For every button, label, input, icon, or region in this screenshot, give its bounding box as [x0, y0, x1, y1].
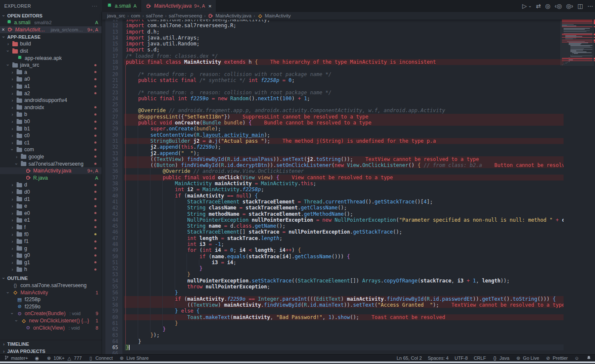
code-line-38[interactable]: 38 MainActivity mainActivity = MainActiv…	[105, 181, 564, 186]
breadcrumb-item[interactable]: com	[131, 13, 140, 18]
tree-item-android-support-v4[interactable]: ›android\support\v4	[0, 97, 102, 104]
tab-a-smali[interactable]: a.smaliA	[102, 0, 141, 12]
breadcrumb-item[interactable]: ◇MainActivity	[257, 13, 291, 19]
tree-item-a1[interactable]: ›a1	[0, 83, 102, 90]
code-editor[interactable]: 11import com.sal7one.sal7reverseeng.Main…	[102, 12, 595, 355]
tree-item-e1[interactable]: ›e1	[0, 217, 102, 224]
tree-item-google[interactable]: ›google	[0, 153, 102, 161]
code-line-35[interactable]: 35 ((Button) findViewById(R.id.decryptBt…	[105, 162, 564, 168]
tree-item-g[interactable]: ›g	[0, 245, 102, 252]
code-line-14[interactable]: 14import java.util.Arrays;	[105, 35, 564, 41]
line-number[interactable]: 21	[105, 77, 124, 83]
tree-item-f1[interactable]: ›f1	[0, 238, 102, 245]
code-line-40[interactable]: 40 if (mainActivity == null) {	[105, 193, 564, 199]
statusbar-language-mode[interactable]: {}Java	[492, 356, 509, 361]
code-line-30[interactable]: 30 setContentView(R.layout.activity_main…	[105, 132, 564, 138]
line-number[interactable]: 43	[105, 211, 124, 217]
line-number[interactable]: 18	[105, 59, 124, 65]
tree-item-java-src[interactable]: ›java_src	[0, 62, 102, 69]
statusbar-problems[interactable]: ⊗10K+△777	[46, 356, 82, 361]
outline-item-new-onclicklistener-[interactable]: ›◇new OnClickListener() {...}1	[0, 317, 102, 324]
tree-item-h[interactable]: ›h	[0, 266, 102, 273]
line-number[interactable]: 58	[105, 302, 124, 308]
line-number[interactable]: 52	[105, 265, 124, 271]
code-line-62[interactable]: 62 }	[105, 326, 564, 332]
code-line-63[interactable]: 63 });	[105, 332, 564, 338]
open-editor-item[interactable]: ×MainActivity.javajava_src\com\sal...9+,…	[0, 26, 102, 34]
code-content[interactable]: 11import com.sal7one.sal7reverseeng.Main…	[105, 17, 564, 355]
toggle-changes-icon[interactable]: ⇄	[536, 3, 541, 9]
code-line-50[interactable]: 50 if (name.equals(stackTrace[i4].getCla…	[105, 254, 564, 260]
statusbar-prettier[interactable]: ⊘Prettier	[545, 356, 568, 361]
code-line-32[interactable]: 32 j2.append(this.f2259o);	[105, 144, 564, 150]
statusbar-connect[interactable]: ▯Connect	[88, 356, 113, 361]
code-line-61[interactable]: 61 }	[105, 320, 564, 326]
line-number[interactable]: 54	[105, 278, 124, 284]
line-number[interactable]: 62	[105, 326, 124, 332]
tree-item-a[interactable]: ›a	[0, 69, 102, 76]
code-line-42[interactable]: 42 String className = stackTraceElement.…	[105, 205, 564, 211]
tree-item-app-release-apk[interactable]: app-release.apk	[0, 54, 102, 62]
previous-change-icon[interactable]: ‹◎	[555, 3, 562, 9]
statusbar-git-branch[interactable]: master+	[3, 355, 28, 361]
tree-item-a0[interactable]: ›a0	[0, 76, 102, 83]
line-number[interactable]: 39	[105, 186, 124, 192]
outline-item-onclick-view-[interactable]: ⊙onClick(View): void8	[0, 324, 102, 331]
tab-mainactivity[interactable]: MainActivity.java9+, A×	[141, 0, 216, 12]
code-line-46[interactable]: 46 StackTraceElement[] stackTrace = null…	[105, 229, 564, 235]
line-number[interactable]: 19	[105, 65, 124, 71]
code-line-57[interactable]: 57 if (mainActivity.f2259o == Integer.pa…	[105, 296, 564, 302]
code-line-47[interactable]: 47 int length = stackTrace.length;	[105, 235, 564, 241]
line-number[interactable]: 59	[105, 308, 124, 314]
tree-item-f0[interactable]: ›f0	[0, 231, 102, 238]
line-number[interactable]: 46	[105, 229, 124, 235]
tree-item-r-java[interactable]: R.javaA	[0, 174, 102, 181]
line-number[interactable]: 17	[105, 53, 124, 59]
tree-item-b1[interactable]: ›b1	[0, 125, 102, 132]
section-header-outline[interactable]: ›OUTLINE	[0, 275, 102, 282]
line-number[interactable]: 64	[105, 339, 124, 344]
next-change-icon[interactable]: ◎›	[566, 3, 573, 9]
open-changes-icon[interactable]: ◎	[545, 3, 550, 9]
line-number[interactable]: 47	[105, 235, 124, 241]
tree-item-e[interactable]: ›e	[0, 203, 102, 210]
code-line-56[interactable]: 56 }	[105, 290, 564, 296]
code-line-58[interactable]: 58 ((TextView) mainActivity.findViewById…	[105, 302, 564, 308]
line-number[interactable]: 31	[105, 138, 124, 144]
line-number[interactable]: 28	[105, 120, 124, 126]
code-line-26[interactable]: 26 @Override // androidx.fragment.app.p,…	[105, 107, 564, 113]
run-dropdown[interactable]: ⌄	[528, 4, 532, 8]
line-number[interactable]: 23	[105, 90, 124, 96]
code-line-52[interactable]: 52 }	[105, 265, 564, 271]
tree-item-e0[interactable]: ›e0	[0, 209, 102, 217]
tree-item-d1[interactable]: ›d1	[0, 195, 102, 203]
line-number[interactable]: 35	[105, 162, 124, 168]
section-header-open-editors[interactable]: ›OPEN EDITORS	[0, 12, 102, 19]
line-number[interactable]: 36	[105, 168, 124, 174]
tree-item-c0[interactable]: ›c0	[0, 132, 102, 139]
code-line-55[interactable]: 55 throw nullPointerException;	[105, 284, 564, 290]
line-number[interactable]: 15	[105, 41, 124, 47]
code-line-41[interactable]: 41 StackTraceElement stackTraceElement =…	[105, 199, 564, 205]
tree-item-f[interactable]: ›f	[0, 224, 102, 231]
statusbar-cursor-position[interactable]: Ln 65, Col 2	[397, 356, 422, 361]
code-line-24[interactable]: 24 public final int f2259o = new Random(…	[105, 96, 564, 102]
section-header-java-projects[interactable]: ›JAVA PROJECTS	[0, 347, 102, 355]
line-number[interactable]: 42	[105, 205, 124, 211]
code-line-60[interactable]: 60 Toast.makeText(mainActivity, "Bad Pas…	[105, 314, 564, 320]
tree-item-d[interactable]: ›d	[0, 181, 102, 189]
tree-item-sal7one-sal7reverseeng[interactable]: ›sal7one\sal7reverseeng	[0, 160, 102, 167]
statusbar-indentation[interactable]: Spaces: 4	[428, 356, 449, 361]
line-number[interactable]: 29	[105, 126, 124, 132]
tree-item-g1[interactable]: ›g1	[0, 259, 102, 266]
line-number[interactable]: 26	[105, 107, 124, 113]
code-line-33[interactable]: 33 j2.append(" ");	[105, 150, 564, 156]
statusbar-feedback[interactable]: ☺	[574, 356, 580, 361]
tree-item-build[interactable]: ›build	[0, 40, 102, 48]
line-number[interactable]: 38	[105, 181, 124, 186]
code-line-43[interactable]: 43 String methodName = stackTraceElement…	[105, 211, 564, 217]
line-number[interactable]: 48	[105, 241, 124, 247]
code-line-19[interactable]: 19	[105, 65, 564, 71]
tree-item-b[interactable]: ›b	[0, 111, 102, 118]
code-line-25[interactable]: 25	[105, 102, 564, 107]
